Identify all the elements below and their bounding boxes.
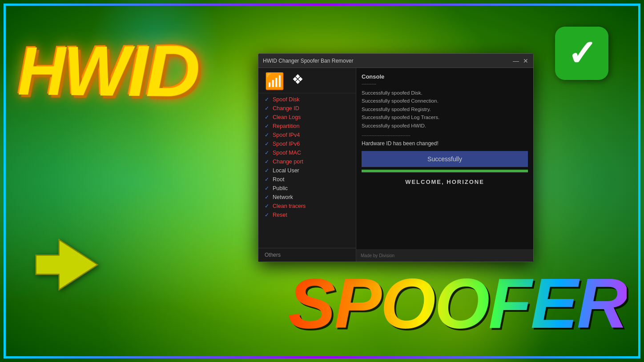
minimize-button[interactable]: — bbox=[513, 58, 519, 64]
left-panel: 📶 ❖ ✓Spoof Disk✓Change ID✓Clean Logs✓Rep… bbox=[258, 68, 356, 262]
menu-item-label: Repartition bbox=[273, 123, 299, 129]
console-line: Successfully spoofed Log Tracers. bbox=[362, 113, 528, 121]
menu-item-label: Spoof MAC bbox=[273, 150, 301, 156]
title-bar-controls: — ✕ bbox=[513, 58, 529, 64]
menu-item-label: Spoof IPv6 bbox=[273, 141, 300, 147]
menu-item-label: Spoof IPv4 bbox=[273, 132, 300, 138]
grid-icon: ❖ bbox=[292, 72, 304, 89]
title-bar: HWID Changer Spoofer Ban Remover — ✕ bbox=[258, 54, 533, 68]
welcome-text: WELCOME, HORIZONE bbox=[362, 179, 528, 185]
menu-item[interactable]: ✓Change ID bbox=[258, 104, 356, 113]
success-box: Successfully bbox=[362, 151, 528, 167]
menu-item-label: Clean tracers bbox=[273, 203, 306, 209]
arrow-icon bbox=[27, 236, 107, 294]
menu-item[interactable]: ✓Public bbox=[258, 184, 356, 193]
menu-item[interactable]: ✓Local User bbox=[258, 166, 356, 175]
menu-item-label: Root bbox=[273, 176, 284, 183]
hwid-title: HWID bbox=[17, 34, 198, 108]
menu-item-label: Local User bbox=[273, 167, 299, 174]
menu-item-label: Spoof Disk bbox=[273, 96, 299, 103]
menu-item-label: Public bbox=[273, 185, 288, 191]
menu-item-label: Reset bbox=[273, 212, 287, 218]
console-line: Successfully spoofed HWID. bbox=[362, 122, 528, 130]
menu-item[interactable]: ✓Root bbox=[258, 175, 356, 184]
console-line: Successfully spoofed Connection. bbox=[362, 97, 528, 105]
menu-list: ✓Spoof Disk✓Change ID✓Clean Logs✓Reparti… bbox=[258, 93, 356, 248]
console-line: Successfully spoofed Registry. bbox=[362, 105, 528, 113]
console-separator: --------- bbox=[362, 81, 528, 86]
bottom-text: Made by Division bbox=[361, 253, 394, 258]
menu-item[interactable]: ✓Spoof IPv4 bbox=[258, 131, 356, 139]
menu-item[interactable]: ✓Clean tracers bbox=[258, 202, 356, 211]
menu-item[interactable]: ✓Spoof IPv6 bbox=[258, 139, 356, 148]
menu-item[interactable]: ✓Network bbox=[258, 193, 356, 202]
menu-item-label: Network bbox=[273, 194, 293, 200]
others-label: Others bbox=[258, 248, 356, 262]
right-panel: Console --------- Successfully spoofed D… bbox=[356, 68, 533, 262]
arrow-container bbox=[27, 236, 107, 295]
menu-item[interactable]: ✓Clean Logs bbox=[258, 113, 356, 122]
window-title: HWID Changer Spoofer Ban Remover bbox=[263, 58, 353, 64]
console-separator2: ------------------------------ bbox=[362, 132, 528, 138]
menu-item[interactable]: ✓Change port bbox=[258, 157, 356, 166]
window-body: 📶 ❖ ✓Spoof Disk✓Change ID✓Clean Logs✓Rep… bbox=[258, 68, 533, 262]
menu-item-label: Change port bbox=[273, 159, 303, 165]
menu-item-label: Change ID bbox=[273, 105, 299, 111]
console-title: Console bbox=[362, 73, 528, 80]
console-line: Successfully spoofed Disk. bbox=[362, 89, 528, 97]
menu-item[interactable]: ✓Repartition bbox=[258, 122, 356, 131]
menu-item[interactable]: ✓Spoof Disk bbox=[258, 95, 356, 104]
checkmark-badge bbox=[555, 27, 608, 80]
close-button[interactable]: ✕ bbox=[523, 58, 529, 64]
menu-item-label: Clean Logs bbox=[273, 114, 301, 120]
menu-item[interactable]: ✓Spoof MAC bbox=[258, 148, 356, 157]
hwid-changed-text: Hardware ID has been changed! bbox=[362, 140, 528, 147]
bottom-bar: Made by Division bbox=[356, 249, 533, 262]
background: HWID SPOOFER HWID Changer Spoofer Ban Re… bbox=[0, 0, 644, 362]
console-lines: Successfully spoofed Disk.Successfully s… bbox=[362, 89, 528, 130]
spoofer-title: SPOOFER bbox=[288, 263, 627, 344]
menu-item[interactable]: ✓Reset bbox=[258, 211, 356, 219]
wifi-icon: 📶 bbox=[265, 73, 285, 89]
icon-section: 📶 ❖ bbox=[258, 68, 356, 93]
green-progress-bar bbox=[362, 170, 528, 172]
app-window: HWID Changer Spoofer Ban Remover — ✕ 📶 ❖… bbox=[258, 53, 534, 262]
